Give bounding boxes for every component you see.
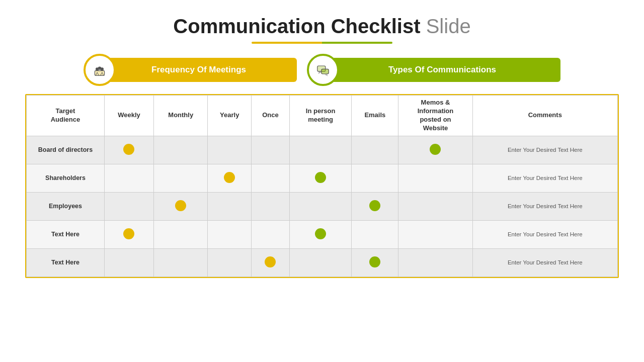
dot-yellow [265, 256, 276, 267]
cell-comment: Enter Your Desired Text Here [472, 136, 617, 164]
col-comments: Comments [472, 96, 617, 136]
title-underline [252, 42, 392, 44]
cell-emails [352, 192, 398, 220]
cell-monthly [153, 220, 208, 248]
col-weekly: Weekly [105, 96, 154, 136]
cell-memos [398, 164, 472, 192]
cell-once [252, 248, 290, 277]
cell-audience: Employees [27, 192, 105, 220]
dot-green [430, 144, 441, 155]
dot-green [369, 256, 380, 267]
cell-monthly [153, 192, 208, 220]
svg-rect-0 [95, 71, 104, 76]
dot-yellow [175, 200, 186, 211]
cell-comment: Enter Your Desired Text Here [472, 164, 617, 192]
cell-weekly [105, 136, 154, 164]
cell-yearly [208, 164, 252, 192]
cell-audience: Shareholders [27, 164, 105, 192]
col-inperson: In personmeeting [289, 96, 351, 136]
meeting-icon [92, 62, 108, 78]
headers-row: Frequency Of Meetings Types Of Communica… [25, 54, 619, 86]
page-title: Communication Checklist Slide [173, 15, 470, 38]
communication-icon [315, 62, 331, 78]
col-emails: Emails [352, 96, 398, 136]
cell-emails [352, 136, 398, 164]
table-header-row: TargetAudience Weekly Monthly Yearly Onc… [27, 96, 618, 136]
dot-yellow [123, 144, 134, 155]
cell-weekly [105, 248, 154, 277]
cell-memos [398, 220, 472, 248]
cell-monthly [153, 136, 208, 164]
cell-weekly [105, 164, 154, 192]
cell-emails [352, 220, 398, 248]
col-target-audience: TargetAudience [27, 96, 105, 136]
col-memos: Memos &Informationposted onWebsite [398, 96, 472, 136]
cell-inperson [289, 164, 351, 192]
cell-once [252, 136, 290, 164]
cell-comment: Enter Your Desired Text Here [472, 248, 617, 277]
cell-yearly [208, 220, 252, 248]
table-row: EmployeesEnter Your Desired Text Here [27, 192, 618, 220]
cell-audience: Board of directors [27, 136, 105, 164]
cell-once [252, 164, 290, 192]
table-row: Board of directorsEnter Your Desired Tex… [27, 136, 618, 164]
frequency-label: Frequency Of Meetings [106, 58, 297, 82]
col-yearly: Yearly [208, 96, 252, 136]
cell-once [252, 220, 290, 248]
cell-comment: Enter Your Desired Text Here [472, 192, 617, 220]
cell-memos [398, 136, 472, 164]
dot-green [315, 172, 326, 183]
header-frequency: Frequency Of Meetings [84, 54, 297, 86]
cell-inperson [289, 136, 351, 164]
dot-yellow [224, 172, 235, 183]
cell-audience: Text Here [27, 248, 105, 277]
cell-yearly [208, 136, 252, 164]
cell-inperson [289, 192, 351, 220]
cell-monthly [153, 164, 208, 192]
dot-green [369, 200, 380, 211]
cell-emails [352, 164, 398, 192]
header-types: Types Of Communications [307, 54, 560, 86]
checklist-table: TargetAudience Weekly Monthly Yearly Onc… [25, 94, 619, 278]
cell-yearly [208, 248, 252, 277]
cell-inperson [289, 248, 351, 277]
cell-memos [398, 192, 472, 220]
cell-emails [352, 248, 398, 277]
table-row: Text HereEnter Your Desired Text Here [27, 220, 618, 248]
col-monthly: Monthly [153, 96, 208, 136]
cell-memos [398, 248, 472, 277]
table-row: ShareholdersEnter Your Desired Text Here [27, 164, 618, 192]
cell-once [252, 192, 290, 220]
cell-weekly [105, 192, 154, 220]
types-label: Types Of Communications [329, 58, 560, 82]
dot-green [315, 228, 326, 239]
table-row: Text HereEnter Your Desired Text Here [27, 248, 618, 277]
svg-rect-7 [321, 69, 329, 74]
types-icon-circle [307, 54, 339, 86]
cell-weekly [105, 220, 154, 248]
cell-monthly [153, 248, 208, 277]
dot-yellow [123, 228, 134, 239]
frequency-icon-circle [84, 54, 116, 86]
col-once: Once [252, 96, 290, 136]
cell-inperson [289, 220, 351, 248]
cell-audience: Text Here [27, 220, 105, 248]
cell-comment: Enter Your Desired Text Here [472, 220, 617, 248]
cell-yearly [208, 192, 252, 220]
svg-point-4 [98, 67, 101, 70]
